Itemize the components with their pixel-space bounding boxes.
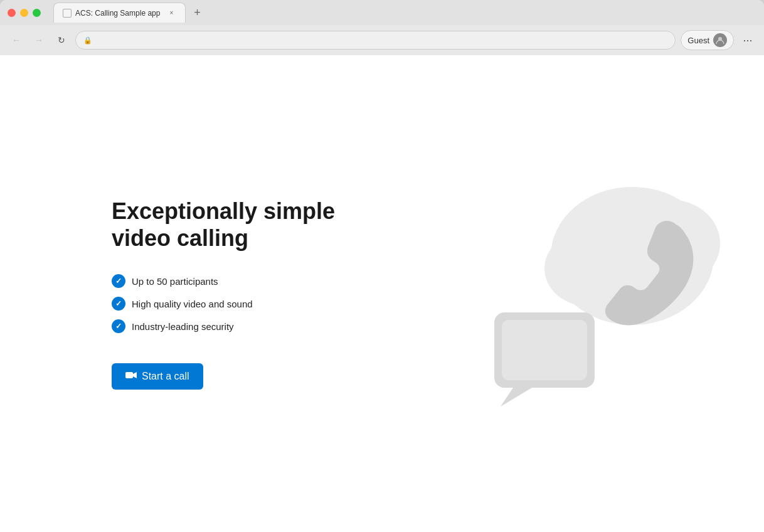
tab-close-button[interactable]: × (166, 8, 176, 18)
profile-button[interactable]: Guest (681, 30, 734, 50)
feature-text: Up to 50 participants (132, 276, 218, 287)
svg-rect-1 (125, 372, 133, 378)
traffic-lights (8, 9, 41, 17)
minimize-window-button[interactable] (20, 9, 28, 17)
hero-illustration (463, 174, 726, 413)
illustration-svg (463, 174, 726, 413)
avatar (713, 33, 727, 47)
feature-item: Up to 50 participants (112, 274, 335, 288)
hero-section: Exceptionally simple video calling Up to… (112, 198, 335, 390)
check-icon (112, 274, 125, 288)
tab-title: ACS: Calling Sample app (75, 9, 160, 18)
feature-item: High quality video and sound (112, 297, 335, 311)
profile-label: Guest (687, 36, 709, 45)
maximize-window-button[interactable] (33, 9, 41, 17)
feature-item: Industry-leading security (112, 319, 335, 333)
svg-rect-6 (502, 320, 587, 380)
hero-title: Exceptionally simple video calling (112, 198, 335, 252)
close-window-button[interactable] (8, 9, 16, 17)
features-list: Up to 50 participants High quality video… (112, 274, 335, 333)
check-icon (112, 319, 125, 333)
reload-button[interactable]: ↻ (53, 31, 70, 49)
start-call-button[interactable]: Start a call (112, 363, 203, 390)
start-call-label: Start a call (142, 371, 189, 382)
tab-favicon (63, 9, 72, 18)
video-camera-icon (125, 371, 137, 382)
new-tab-button[interactable]: + (188, 4, 206, 21)
main-content: Exceptionally simple video calling Up to… (0, 55, 764, 532)
address-bar[interactable]: 🔒 (75, 31, 676, 50)
back-button[interactable]: ← (8, 31, 25, 49)
tab-bar: ACS: Calling Sample app × + (53, 3, 206, 23)
check-icon (112, 297, 125, 311)
more-options-button[interactable]: ··· (739, 31, 756, 49)
browser-chrome: ACS: Calling Sample app × + ← → ↻ 🔒 Gues… (0, 0, 764, 55)
nav-bar: ← → ↻ 🔒 Guest ··· (0, 25, 764, 55)
lock-icon: 🔒 (83, 36, 92, 45)
browser-tab[interactable]: ACS: Calling Sample app × (53, 3, 186, 23)
title-bar: ACS: Calling Sample app × + (0, 0, 764, 25)
feature-text: Industry-leading security (132, 321, 234, 332)
feature-text: High quality video and sound (132, 299, 253, 309)
forward-button[interactable]: → (30, 31, 48, 49)
